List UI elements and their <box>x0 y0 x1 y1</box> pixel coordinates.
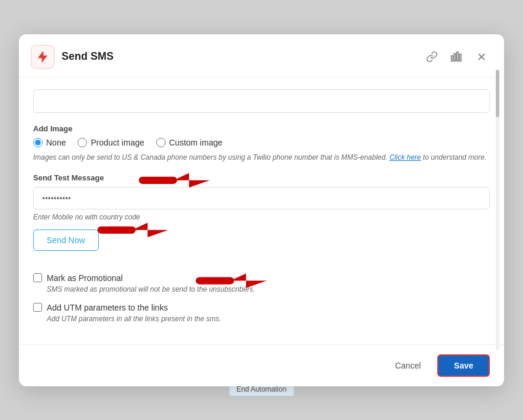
radio-product[interactable]: Product image <box>78 138 144 147</box>
svg-marker-0 <box>38 51 47 62</box>
close-icon <box>476 51 487 62</box>
promotional-section: Mark as Promotional SMS marked as promot… <box>33 273 490 293</box>
cancel-button[interactable]: Cancel <box>387 356 430 375</box>
promotional-hint: SMS marked as promotional will not be se… <box>47 285 490 293</box>
promotional-label[interactable]: Mark as Promotional <box>47 273 122 283</box>
send-now-button[interactable]: Send Now <box>33 230 99 251</box>
utm-label[interactable]: Add UTM parameters to the links <box>47 303 168 312</box>
phone-input-hint: Enter Mobile no with country code <box>33 213 490 221</box>
radio-custom-input[interactable] <box>156 138 166 147</box>
click-here-link[interactable]: Click here <box>389 153 421 161</box>
modal-icon-container <box>31 45 54 69</box>
radio-none[interactable]: None <box>33 138 66 147</box>
signal-icon-button[interactable] <box>448 49 465 65</box>
svg-rect-1 <box>451 56 453 61</box>
utm-checkbox[interactable] <box>33 303 42 312</box>
svg-rect-3 <box>457 51 459 61</box>
add-image-section: Add Image None Product image Custom imag… <box>33 124 490 163</box>
send-test-section: Send Test Message Enter Mobile no with c… <box>33 173 490 264</box>
svg-rect-4 <box>460 54 461 61</box>
image-info-text: Images can only be send to US & Canada p… <box>33 152 490 163</box>
scrollbar-thumb[interactable] <box>496 70 499 117</box>
radio-custom[interactable]: Custom image <box>156 138 222 147</box>
promotional-row: Mark as Promotional <box>33 273 490 283</box>
close-icon-button[interactable] <box>473 49 490 65</box>
modal-overlay: End Automation Send SMS <box>0 0 523 420</box>
modal-body: Add Image None Product image Custom imag… <box>19 77 504 344</box>
send-sms-modal: Send SMS <box>19 34 504 386</box>
promotional-checkbox[interactable] <box>33 273 42 282</box>
add-image-label: Add Image <box>33 124 490 133</box>
send-test-label: Send Test Message <box>33 173 490 182</box>
phone-input[interactable] <box>33 187 490 209</box>
image-radio-group: None Product image Custom image <box>33 138 490 147</box>
sms-content-row <box>33 89 490 115</box>
radio-none-label: None <box>46 138 66 147</box>
modal-title: Send SMS <box>62 50 417 63</box>
utm-section: Add UTM parameters to the links Add UTM … <box>33 303 490 323</box>
image-info-text-end: to understand more. <box>423 153 486 161</box>
scrollbar-track[interactable] <box>496 70 499 351</box>
radio-none-input[interactable] <box>33 138 43 147</box>
utm-row: Add UTM parameters to the links <box>33 303 490 312</box>
save-button[interactable]: Save <box>437 354 490 377</box>
utm-hint: Add UTM parameters in all the links pres… <box>47 315 490 323</box>
svg-rect-2 <box>454 53 456 61</box>
modal-header-icons <box>424 49 490 65</box>
modal-footer: Cancel Save <box>19 344 504 386</box>
radio-custom-label: Custom image <box>169 138 222 147</box>
image-info-text-main: Images can only be send to US & Canada p… <box>33 153 388 161</box>
lightning-icon <box>36 50 49 63</box>
radio-product-input[interactable] <box>78 138 87 147</box>
sms-content-input[interactable] <box>33 89 490 113</box>
modal-header: Send SMS <box>19 34 504 77</box>
link-icon <box>426 51 438 63</box>
link-icon-button[interactable] <box>424 49 440 65</box>
radio-product-label: Product image <box>91 138 144 147</box>
signal-icon <box>450 50 463 63</box>
